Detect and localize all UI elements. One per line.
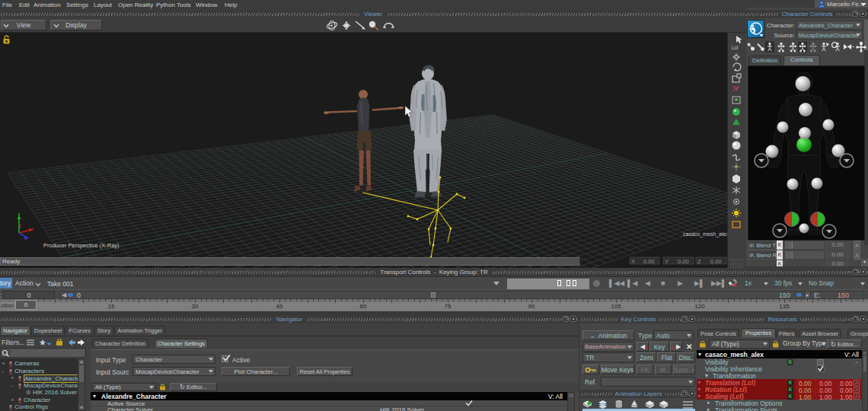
svg-text:0.00: 0.00 [678,258,689,265]
svg-text:Y: Y [665,258,669,265]
svg-text:casaco_mesh_alex: casaco_mesh_alex [683,231,727,237]
svg-text:Lcl: Lcl [732,45,739,50]
svg-text:0.00: 0.00 [710,258,722,265]
svg-text:Z: Z [697,258,701,265]
svg-text:Producer Perspective (X-Ray): Producer Perspective (X-Ray) [43,242,120,249]
svg-text:X: X [631,258,635,265]
svg-text:X: X [18,224,21,228]
svg-text:0.00: 0.00 [643,258,655,265]
